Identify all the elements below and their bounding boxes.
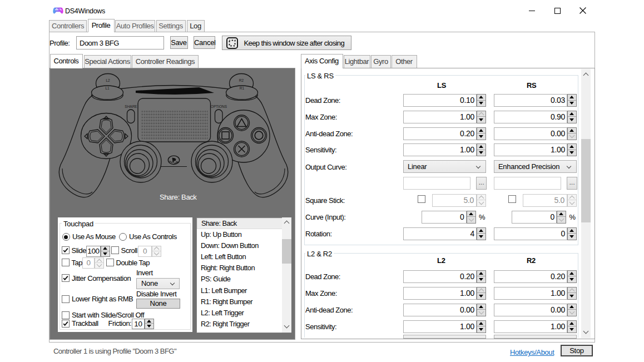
svg-text:R2: R2 [239,78,244,82]
svg-text:R1: R1 [240,86,245,90]
svg-text:L1: L1 [105,86,110,90]
svg-text:OPTIONS: OPTIONS [211,105,227,108]
svg-text:L2: L2 [106,78,110,82]
svg-text:SHARE: SHARE [125,105,137,108]
